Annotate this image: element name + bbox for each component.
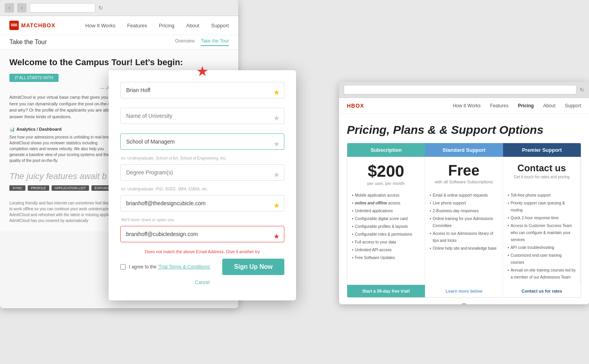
tag-sync[interactable]: SYNC <box>9 185 25 191</box>
win2-nav-how[interactable]: How It Works <box>453 103 480 108</box>
price-contact-sub: Get it touch for rates and pricing <box>507 175 577 179</box>
browser-chrome-2: ↻ <box>339 82 589 98</box>
price-sub-label: per user, per month <box>351 181 421 186</box>
matchbox-logo-icon <box>9 21 19 30</box>
confirm-email-field-wrapper: ★ <box>120 226 284 247</box>
win2-content: HBOX How It Works Features Pricing About… <box>339 98 589 304</box>
price-free-sub: with all Software Subscriptions <box>429 179 498 184</box>
tour-header: Take the Tour Overview Take the Tour <box>0 35 238 50</box>
feature-analytics-title: 📊 Analytics / Dashboard <box>9 126 117 133</box>
feature-analytics: 📊 Analytics / Dashboard See how your adm… <box>9 126 117 163</box>
agree-checkbox[interactable] <box>120 264 126 270</box>
it-starts-button[interactable]: IT ALL STARTS WITH <box>9 74 59 82</box>
university-input[interactable] <box>120 108 284 124</box>
school-field-wrapper: ★ <box>120 133 284 154</box>
tag-app-list[interactable]: APPLICATION LIST <box>52 185 89 191</box>
nav-support[interactable]: Support <box>211 23 229 28</box>
address-bar-2[interactable] <box>344 85 577 94</box>
price-amount: $200 <box>351 163 421 179</box>
logo-text: MATCHBOX <box>21 22 55 28</box>
modal-bottom-row: I agree to the 'Trial Terms & Conditions… <box>120 258 284 276</box>
cta-free-trial[interactable]: Start a 30-day free trial! <box>347 285 425 297</box>
premier-features: •Toll-free phone support •Priority suppo… <box>503 189 581 285</box>
standard-support-header: Standard Support <box>425 143 503 157</box>
cta-contact-rates[interactable]: Contact us for rates <box>503 285 581 297</box>
name-input[interactable] <box>120 82 284 98</box>
svg-rect-1 <box>11 24 17 25</box>
school-input[interactable] <box>120 133 284 150</box>
price-contact: Contact us <box>507 163 577 173</box>
win2-nav-features[interactable]: Features <box>490 103 509 108</box>
scroll-down-arrow[interactable]: ▼ <box>347 298 581 304</box>
browser-window-2: ↻ HBOX How It Works Features Pricing Abo… <box>339 82 589 304</box>
nav-about[interactable]: About <box>186 23 199 28</box>
degree-hint: ex: Undergraduate, PhD, BSEE, MBA, EMBA,… <box>120 187 284 191</box>
win2-nav-support[interactable]: Support <box>565 103 581 108</box>
back-button[interactable]: ‹ <box>5 3 14 12</box>
email-field-wrapper: ★ <box>120 195 284 216</box>
price-free: Free <box>429 163 498 178</box>
cancel-link[interactable]: Cancel <box>120 280 284 285</box>
agree-label: I agree to the 'Trial Terms & Conditions… <box>129 264 211 270</box>
degree-field-wrapper: ★ <box>120 164 284 185</box>
nav-how-it-works[interactable]: How It Works <box>85 23 115 28</box>
signup-button[interactable]: Sign Up Now <box>222 259 284 275</box>
browser-nav-2: ↻ <box>344 85 584 94</box>
premier-support-header: Premier Support <box>503 143 581 157</box>
forward-button[interactable]: › <box>17 3 27 12</box>
tag-profile[interactable]: PROFILE <box>28 185 49 191</box>
terms-link[interactable]: 'Trial Terms & Conditions' <box>158 264 211 270</box>
subscription-price: $200 per user, per month <box>347 157 425 189</box>
svg-rect-2 <box>11 25 17 26</box>
agree-row: I agree to the 'Trial Terms & Conditions… <box>120 264 211 270</box>
subscription-features: •Mobile application access •online and o… <box>347 189 425 285</box>
tour-tabs: Overview Take the Tour <box>175 38 229 46</box>
pricing-section: Pricing, Plans & & Support Options Subsc… <box>339 114 589 304</box>
email-input[interactable] <box>120 195 284 211</box>
logo-area: MATCHBOX <box>9 21 55 30</box>
pricing-heading: Pricing, Plans & & Support Options <box>347 123 581 137</box>
address-bar-1[interactable] <box>30 3 95 12</box>
confirm-email-input[interactable] <box>120 226 284 242</box>
win2-nav-about[interactable]: About <box>543 103 555 108</box>
pricing-table: Subscription Standard Support Premier Su… <box>347 143 581 298</box>
nav-features[interactable]: Features <box>127 23 147 28</box>
win2-logo: HBOX <box>347 103 364 109</box>
degree-input[interactable] <box>120 164 284 181</box>
reload-button-1[interactable]: ↻ <box>98 5 103 11</box>
win2-nav-pricing[interactable]: Pricing <box>518 103 534 108</box>
tour-title: Take the Tour <box>9 39 47 46</box>
nav-pricing[interactable]: Pricing <box>159 23 175 28</box>
signup-modal: ★ ★ ★ ★ ex: Undergraduate, School of Art… <box>109 70 296 300</box>
standard-price: Free with all Software Subscriptions <box>425 157 503 189</box>
win2-navbar: HBOX How It Works Features Pricing About… <box>339 98 589 114</box>
standard-features: •Email & online support requests •Live p… <box>425 189 503 285</box>
name-field-wrapper: ★ <box>120 82 284 103</box>
premier-price: Contact us Get it touch for rates and pr… <box>503 157 581 189</box>
tab-overview[interactable]: Overview <box>175 38 195 46</box>
feature-analytics-text: See how your admissions process is unfol… <box>9 135 111 163</box>
modal-star-icon: ★ <box>196 63 209 80</box>
reload-button-2[interactable]: ↻ <box>580 87 584 93</box>
email-hint: We'll never share or spam you <box>120 218 284 222</box>
browser-chrome-1: ‹ › ↻ <box>0 0 238 16</box>
subscription-header: Subscription <box>347 143 425 157</box>
browser-nav-1: ‹ › ↻ <box>5 3 103 12</box>
university-field-wrapper: ★ <box>120 108 284 129</box>
cta-learn-more[interactable]: Learn more below <box>425 285 503 297</box>
tab-take-the-tour[interactable]: Take the Tour <box>201 38 229 46</box>
analytics-icon: 📊 <box>9 126 15 133</box>
email-error-text: Does not match the above Email Address. … <box>120 249 284 254</box>
site-navbar: MATCHBOX How It Works Features Pricing A… <box>0 16 238 35</box>
school-hint: ex: Undergraduate, School of Art, School… <box>120 156 284 160</box>
